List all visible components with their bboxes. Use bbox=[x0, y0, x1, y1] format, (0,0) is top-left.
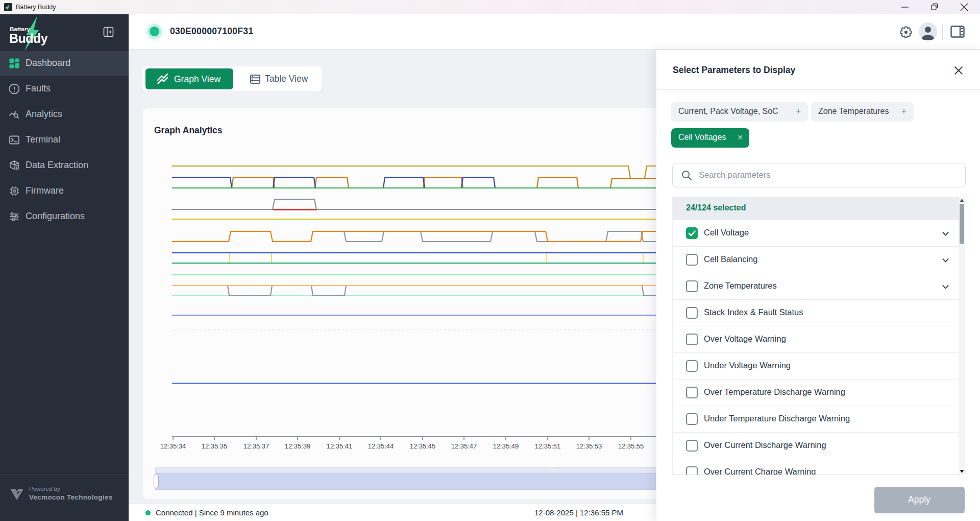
svg-text:12:35:37: 12:35:37 bbox=[243, 442, 270, 450]
svg-text:12:35:49: 12:35:49 bbox=[493, 442, 519, 450]
svg-text:12:35:47: 12:35:47 bbox=[451, 442, 477, 450]
svg-text:Buddy: Buddy bbox=[9, 31, 48, 45]
svg-text:12:35:35: 12:35:35 bbox=[202, 442, 228, 450]
svg-text:12:35:39: 12:35:39 bbox=[285, 442, 311, 450]
svg-text:12:35:45: 12:35:45 bbox=[410, 442, 436, 450]
svg-text:12:35:55: 12:35:55 bbox=[618, 442, 644, 450]
svg-text:12:35:51: 12:35:51 bbox=[535, 442, 561, 450]
svg-text:12:35:41: 12:35:41 bbox=[327, 442, 353, 450]
svg-text:B: B bbox=[6, 7, 8, 10]
svg-text:12:35:34: 12:35:34 bbox=[160, 442, 186, 450]
svg-text:12:35:44: 12:35:44 bbox=[368, 442, 394, 450]
svg-text:12:35:53: 12:35:53 bbox=[576, 442, 602, 450]
